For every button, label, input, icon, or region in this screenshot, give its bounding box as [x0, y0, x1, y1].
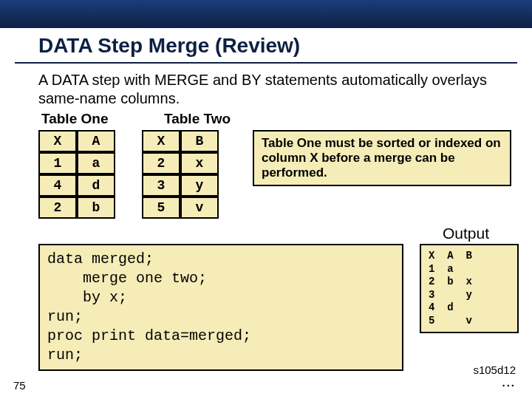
table-one-label: Table One: [41, 111, 108, 127]
output-label: Output: [38, 225, 489, 242]
output-block: X A B 1 a 2 b x 3 y 4 d 5 v: [420, 244, 519, 333]
page-number: 75: [13, 379, 26, 392]
table-two: XB 2x 3y 5v: [142, 130, 219, 219]
description: A DATA step with MERGE and BY statements…: [38, 71, 511, 108]
table-two-label: Table Two: [164, 111, 231, 127]
divider: [15, 62, 517, 64]
footer-ref: s105d12...: [473, 364, 516, 389]
code-block: data merged; merge one two; by x; run; p…: [38, 244, 403, 371]
slide-title: DATA Step Merge (Review): [38, 34, 532, 58]
note-box: Table One must be sorted or indexed on c…: [253, 130, 511, 186]
table-one: XA 1a 4d 2b: [38, 130, 115, 219]
title-bar: [0, 0, 532, 28]
